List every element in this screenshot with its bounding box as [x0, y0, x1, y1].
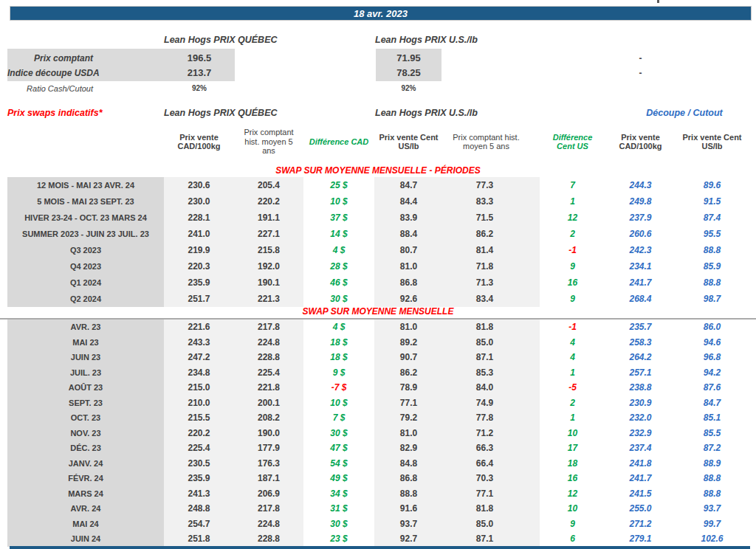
qc-sale-price: 234.8 [164, 365, 234, 381]
us-hist-avg: 85.0 [443, 335, 540, 351]
period-label: AVR. 23 [7, 320, 164, 335]
spot-row-label: Ratio Cash/Cutout [7, 81, 93, 96]
cutout-us-price: 94.6 [676, 335, 749, 351]
qc-sale-price: 254.7 [164, 517, 234, 532]
us-sale-price: 81.0 [374, 426, 443, 441]
swaps-quebec-header: Lean Hogs PRIX QUÉBEC [164, 108, 278, 118]
cad-difference: 37 $ [303, 210, 374, 226]
period-label: JUIL. 23 [7, 365, 164, 381]
period-label: SUMMER 2023 - JUIN 23 JUIL. 23 [7, 226, 164, 242]
table-row: JUIN 23247.2228.818 $90.787.14264.296.8 [7, 350, 749, 365]
us-difference: 9 [540, 517, 605, 532]
us-hist-avg: 71.3 [443, 274, 540, 291]
qc-sale-price: 235.9 [164, 471, 234, 486]
cutout-us-price: 88.9 [676, 456, 749, 472]
table-row: FÉVR. 24235.9187.149 $86.870.316241.788.… [7, 471, 749, 486]
cad-difference: 30 $ [303, 291, 374, 307]
us-hist-avg: 77.1 [443, 486, 540, 502]
swaps-us-header: Lean Hogs PRIX U.S./lb [375, 108, 478, 118]
us-hist-avg: 66.4 [443, 456, 540, 472]
us-sale-price: 88.4 [374, 226, 443, 242]
qc-sale-price: 251.8 [164, 531, 234, 547]
us-sale-price: 77.1 [374, 396, 443, 411]
spot-row-label: Indice découpe USDA [7, 65, 93, 81]
table-row: 12 MOIS - MAI 23 AVR. 24230.6205.425 $84… [7, 177, 749, 193]
qc-hist-avg: 221.8 [234, 380, 303, 396]
table-row: Q4 2023220.3192.028 $81.071.89234.185.9 [7, 258, 749, 274]
us-hist-avg: 74.9 [443, 396, 540, 411]
cutout-us-price: 85.1 [676, 410, 749, 426]
us-hist-avg: 81.4 [443, 242, 540, 258]
us-difference: 12 [540, 486, 605, 502]
us-sale-price: 80.7 [374, 242, 443, 258]
column-header-cutout-cad: Prix vente CAD/100kg [605, 124, 676, 159]
us-difference: 17 [540, 441, 605, 456]
us-difference: 10 [540, 501, 605, 517]
qc-hist-avg: 215.8 [234, 242, 303, 258]
period-label: MAI 23 [7, 335, 164, 351]
us-sale-price: 82.9 [374, 441, 443, 456]
us-hist-avg: 71.2 [443, 426, 540, 441]
cutout-cad-price: 237.9 [605, 210, 676, 226]
us-hist-avg: 66.3 [443, 441, 540, 456]
us-difference: 18 [540, 456, 605, 472]
cutout-cad-price: 244.3 [605, 177, 676, 193]
qc-sale-price: 219.9 [164, 242, 234, 258]
spot-quebec-ratio: 92% [164, 81, 235, 96]
clipped-text-fragment [657, 0, 659, 3]
qc-sale-price: 241.0 [164, 226, 234, 242]
period-label: 5 MOIS - MAI 23 SEPT. 23 [7, 193, 164, 210]
us-sale-price: 84.4 [374, 193, 443, 210]
table-row: Q3 2023219.9215.84 $80.781.4-1242.388.8 [7, 242, 749, 258]
table-row: JUIN 24251.8228.823 $92.787.16279.1102.6 [7, 531, 749, 547]
cutout-us-price: 87.2 [676, 441, 749, 456]
us-difference: 2 [540, 226, 605, 242]
us-sale-price: 86.8 [374, 471, 443, 486]
period-label: Q3 2023 [7, 242, 164, 258]
qc-hist-avg: 200.1 [234, 396, 303, 411]
period-label: AOÛT 23 [7, 380, 164, 396]
qc-sale-price: 235.9 [164, 274, 234, 291]
us-sale-price: 86.2 [374, 365, 443, 381]
cutout-cad-price: 258.3 [605, 335, 676, 351]
us-sale-price: 81.0 [374, 258, 443, 274]
us-sale-price: 89.2 [374, 335, 443, 351]
us-difference: 10 [540, 426, 605, 441]
cutout-us-price: 94.2 [676, 365, 749, 381]
table-row: JANV. 24230.5176.354 $84.866.418241.888.… [7, 456, 749, 472]
cad-difference: 28 $ [303, 258, 374, 274]
us-sale-price: 83.9 [374, 210, 443, 226]
swaps-title: Prix swaps indicatifs* [7, 108, 103, 118]
bottom-banner [10, 546, 750, 549]
spot-row-label: Prix comptant [7, 50, 93, 66]
cutout-us-price: 93.7 [676, 501, 749, 517]
cad-difference: -7 $ [303, 380, 374, 396]
cutout-cad-price: 241.7 [605, 471, 676, 486]
us-sale-price: 79.2 [374, 410, 443, 426]
us-hist-avg: 86.2 [443, 226, 540, 242]
cutout-cad-price: 249.8 [605, 193, 676, 210]
column-header-us-diff: Différence Cent US [540, 124, 605, 159]
us-sale-price: 93.7 [374, 517, 443, 532]
us-difference: 4 [540, 335, 605, 351]
qc-hist-avg: 192.0 [234, 258, 303, 274]
us-hist-avg: 83.4 [443, 291, 540, 307]
us-sale-price: 92.6 [374, 291, 443, 307]
period-label: MARS 24 [7, 486, 164, 502]
us-sale-price: 86.8 [374, 274, 443, 291]
us-sale-price: 78.9 [374, 380, 443, 396]
cad-difference: 4 $ [303, 242, 374, 258]
qc-sale-price: 230.5 [164, 456, 234, 472]
spot-cutout-empty: - [605, 65, 676, 81]
us-difference: 2 [540, 396, 605, 411]
table-row: MAI 24254.7224.830 $93.785.09271.299.7 [7, 517, 749, 532]
us-hist-avg: 70.3 [443, 471, 540, 486]
cad-difference: 47 $ [303, 441, 374, 456]
cutout-cad-price: 241.7 [605, 274, 676, 291]
hog-price-report: 18 avr. 2023 Lean Hogs PRIX QUÉBEC Lean … [0, 0, 756, 549]
table-row: HIVER 23-24 - OCT. 23 MARS 24228.1191.13… [7, 210, 749, 226]
section-title-mensuelle: SWAP SUR MOYENNE MENSUELLE [7, 306, 749, 317]
us-difference: 16 [540, 274, 605, 291]
section-title-periodes: SWAP SUR MOYENNE MENSUELLE - PÉRIODES [7, 165, 749, 176]
cutout-cad-price: 279.1 [605, 531, 676, 547]
